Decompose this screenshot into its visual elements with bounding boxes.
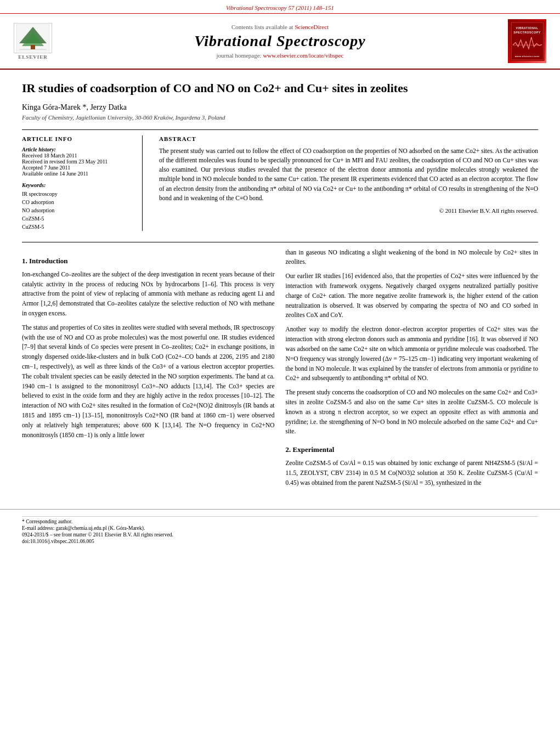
accepted-date: Accepted 7 June 2011 xyxy=(22,165,134,171)
revised-date: Received in revised form 23 May 2011 xyxy=(22,159,134,165)
journal-homepage: journal homepage: www.elsevier.com/locat… xyxy=(60,52,500,59)
authors: Kinga Góra-Marek *, Jerzy Datka xyxy=(22,103,538,112)
intro-para-2: The status and properties of Co sites in… xyxy=(22,323,275,440)
experimental-para-1: Zeolite CoZSM-5 of Co/Al = 0.15 was obta… xyxy=(286,459,539,488)
homepage-text: journal homepage: xyxy=(216,52,261,59)
header-section: ELSEVIER Contents lists available at Sci… xyxy=(0,14,560,70)
divider-1 xyxy=(22,129,538,130)
intro-para-1: Ion-exchanged Co–zeolites are the subjec… xyxy=(22,270,275,319)
header-center: Contents lists available at ScienceDirec… xyxy=(60,24,500,59)
abstract-col: ABSTRACT The present study was carried o… xyxy=(159,135,538,231)
corresponding-note: * Corresponding author. xyxy=(22,519,538,524)
article-title: IR studies of coadsorption of CO and NO … xyxy=(22,81,538,97)
keyword-2: CO adsorption xyxy=(22,198,134,206)
journal-title: Vibrational Spectroscopy xyxy=(60,32,500,50)
section2-heading: 2. Experimental xyxy=(286,444,539,455)
svg-rect-3 xyxy=(31,45,35,49)
body-col-left: 1. Introduction Ion-exchanged Co–zeolite… xyxy=(22,248,275,493)
intro-para-5: Another way to modify the electron donor… xyxy=(286,325,539,383)
homepage-link[interactable]: www.elsevier.com/locate/vibspec xyxy=(263,52,343,59)
elsevier-label: ELSEVIER xyxy=(18,54,48,60)
email-note: E-mail address: garak@chemia.uj.edu.pl (… xyxy=(22,525,538,531)
keywords-section: Keywords: IR spectroscopy CO adsorption … xyxy=(22,182,134,231)
intro-para-6: The present study concerns the coadsorpt… xyxy=(286,388,539,437)
doi-note: doi:10.1016/j.vibspec.2011.06.005 xyxy=(22,539,538,544)
elsevier-logo: ELSEVIER xyxy=(11,23,55,60)
sciencedirect-text: Contents lists available at xyxy=(231,24,293,30)
affiliation: Faculty of Chemistry, Jagiellonian Unive… xyxy=(22,114,538,121)
article-info-abstract: ARTICLE INFO Article history: Received 1… xyxy=(22,135,538,231)
keywords-label: Keywords: xyxy=(22,182,134,188)
sciencedirect-line: Contents lists available at ScienceDirec… xyxy=(60,24,500,30)
abstract-header: ABSTRACT xyxy=(159,135,538,142)
elsevier-logo-img xyxy=(14,23,52,53)
article-info-header: ARTICLE INFO xyxy=(22,135,134,142)
svg-text:VIBRATIONAL: VIBRATIONAL xyxy=(516,26,538,30)
keyword-3: NO adsorption xyxy=(22,206,134,214)
footer-divider xyxy=(22,516,538,517)
available-date: Available online 14 June 2011 xyxy=(22,171,134,177)
journal-ref: Vibrational Spectroscopy 57 (2011) 148–1… xyxy=(226,4,334,11)
svg-text:www.elsevier.com: www.elsevier.com xyxy=(514,55,539,58)
sciencedirect-link[interactable]: ScienceDirect xyxy=(295,24,329,30)
authors-text: Kinga Góra-Marek *, Jerzy Datka xyxy=(22,103,127,111)
section1-heading: 1. Introduction xyxy=(22,256,275,267)
page-wrapper: Vibrational Spectroscopy 57 (2011) 148–1… xyxy=(0,0,560,741)
keyword-5: CuZSM-5 xyxy=(22,223,134,231)
header-right: VIBRATIONAL SPECTROSCOPY www.elsevier.co… xyxy=(505,19,549,63)
history-label: Article history: xyxy=(22,146,134,152)
received-date: Received 18 March 2011 xyxy=(22,152,134,159)
abstract-text: The present study was carried out to fol… xyxy=(159,146,538,203)
keyword-4: CoZSM-5 xyxy=(22,214,134,223)
svg-text:SPECTROSCOPY: SPECTROSCOPY xyxy=(513,31,541,34)
footer-notes: * Corresponding author. E-mail address: … xyxy=(0,509,560,551)
copyright: © 2011 Elsevier B.V. All rights reserved… xyxy=(159,207,538,214)
intro-para-4: Our earlier IR studies [16] evidenced al… xyxy=(286,271,539,320)
article-info-col: ARTICLE INFO Article history: Received 1… xyxy=(22,135,143,231)
body-columns: 1. Introduction Ion-exchanged Co–zeolite… xyxy=(22,248,538,493)
article-content: IR studies of coadsorption of CO and NO … xyxy=(0,70,560,509)
divider-2 xyxy=(22,242,538,242)
article-history: Article history: Received 18 March 2011 … xyxy=(22,146,134,177)
keyword-1: IR spectroscopy xyxy=(22,190,134,198)
journal-thumbnail: VIBRATIONAL SPECTROSCOPY www.elsevier.co… xyxy=(508,19,546,63)
intro-para-3: than in gaseous NO indicating a slight w… xyxy=(286,248,539,268)
issn-note: 0924-2031/$ – see front matter © 2011 El… xyxy=(22,532,538,538)
body-col-right: than in gaseous NO indicating a slight w… xyxy=(286,248,539,493)
top-bar: Vibrational Spectroscopy 57 (2011) 148–1… xyxy=(0,0,560,14)
